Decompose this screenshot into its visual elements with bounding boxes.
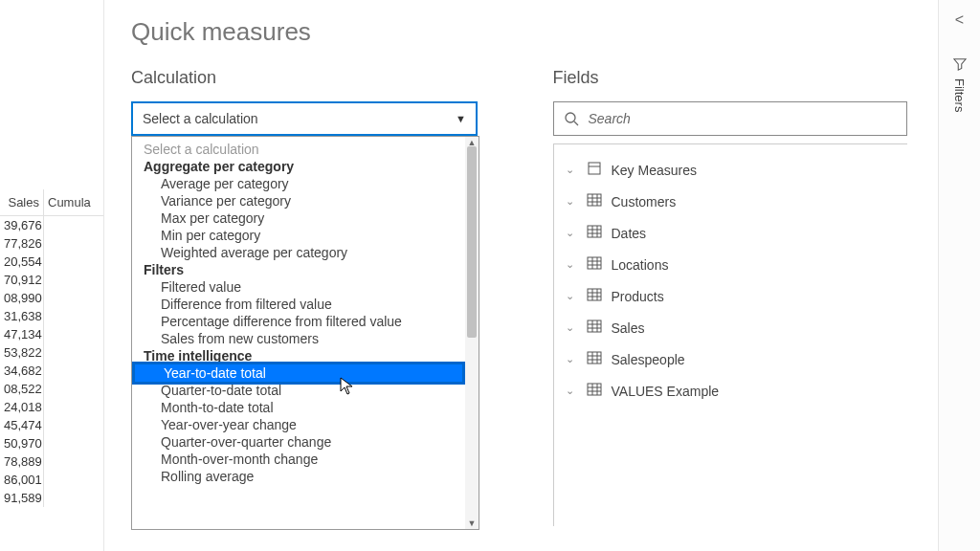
dropdown-item[interactable]: Variance per category [132, 192, 465, 209]
chevron-down-icon: ⌄ [566, 353, 577, 365]
field-item[interactable]: ⌄ Sales [554, 312, 907, 343]
cursor-icon [340, 377, 355, 392]
svg-rect-34 [588, 384, 601, 395]
chevron-down-icon: ⌄ [566, 290, 577, 302]
table-row: 47,134 [0, 325, 105, 343]
table-row: 70,912 [0, 271, 105, 289]
table-row: 31,638 [0, 307, 105, 325]
table-icon [587, 224, 602, 242]
svg-rect-29 [588, 352, 601, 364]
calculation-select[interactable]: Select a calculation ▼ Select a calculat… [131, 101, 478, 136]
svg-rect-4 [588, 194, 601, 206]
bg-col-cumulative: Cumula [44, 189, 105, 215]
svg-rect-9 [588, 226, 601, 237]
svg-rect-24 [588, 320, 601, 332]
table-row: 86,001 [0, 471, 105, 489]
dropdown-item[interactable]: Average per category [132, 175, 465, 192]
chevron-down-icon: ⌄ [566, 321, 577, 334]
dropdown-item[interactable]: Max per category [132, 209, 465, 227]
table-row: 50,970 [0, 434, 105, 452]
quick-measures-dialog: Quick measures Calculation Select a calc… [103, 0, 936, 551]
field-label: Salespeople [612, 352, 685, 367]
chevron-down-icon: ⌄ [566, 195, 577, 208]
collapse-rail-button[interactable]: < [955, 11, 964, 29]
calculation-dropdown: Select a calculationAggregate per catego… [131, 136, 479, 530]
fields-tree: ⌄ Key Measures⌄ Customers⌄ Dates⌄ Locati… [553, 143, 907, 526]
scroll-thumb[interactable] [467, 146, 477, 338]
table-row: 77,826 [0, 234, 105, 253]
table-row: 45,474 [0, 416, 105, 434]
svg-rect-19 [588, 289, 601, 300]
field-label: Products [612, 289, 664, 304]
scroll-down-icon[interactable]: ▼ [465, 518, 479, 529]
dropdown-item[interactable]: Filtered value [132, 278, 465, 296]
chevron-down-icon: ⌄ [566, 385, 577, 397]
dropdown-scrollbar[interactable]: ▲ ▼ [465, 137, 479, 529]
dropdown-item[interactable]: Year-to-date total [135, 364, 462, 382]
table-row: 20,554 [0, 253, 105, 271]
dropdown-item[interactable]: Month-to-date total [132, 399, 465, 416]
fields-heading: Fields [553, 68, 937, 88]
dropdown-item[interactable]: Weighted average per category [132, 244, 465, 261]
dropdown-item[interactable]: Rolling average [132, 468, 465, 485]
chevron-down-icon: ⌄ [566, 227, 577, 239]
dropdown-placeholder[interactable]: Select a calculation [132, 141, 465, 158]
field-item[interactable]: ⌄ VALUES Example [554, 375, 907, 407]
calculation-heading: Calculation [131, 68, 515, 88]
measures-icon [587, 161, 602, 179]
svg-point-0 [566, 113, 575, 122]
table-row: 08,522 [0, 380, 105, 398]
dropdown-item[interactable]: Percentage difference from filtered valu… [132, 313, 465, 330]
search-input[interactable] [589, 111, 897, 126]
dropdown-item[interactable]: Sales from new customers [132, 330, 465, 347]
table-icon [587, 382, 602, 400]
filter-icon [953, 57, 967, 71]
dropdown-item[interactable]: Year-over-year change [132, 416, 465, 433]
table-icon [587, 350, 602, 368]
dropdown-item[interactable]: Difference from filtered value [132, 296, 465, 313]
chevron-down-icon: ⌄ [566, 258, 577, 271]
table-row: 53,822 [0, 343, 105, 362]
field-item[interactable]: ⌄ Products [554, 280, 907, 312]
field-item[interactable]: ⌄ Key Measures [554, 154, 907, 186]
table-icon [587, 319, 602, 337]
search-icon [564, 111, 579, 126]
table-icon [587, 255, 602, 274]
table-row: 08,990 [0, 289, 105, 307]
field-item[interactable]: ⌄ Customers [554, 186, 907, 217]
table-icon [587, 287, 602, 305]
table-icon [587, 192, 602, 210]
dropdown-group-header: Filters [132, 261, 465, 278]
svg-rect-14 [588, 257, 601, 269]
dropdown-item[interactable]: Min per category [132, 227, 465, 244]
field-label: Key Measures [612, 163, 697, 178]
field-label: VALUES Example [612, 384, 720, 399]
field-label: Customers [612, 194, 677, 209]
field-label: Dates [612, 226, 647, 241]
table-row: 24,018 [0, 398, 105, 416]
dialog-title: Quick measures [131, 17, 936, 47]
field-item[interactable]: ⌄ Dates [554, 217, 907, 249]
field-label: Sales [612, 320, 645, 336]
field-label: Locations [612, 257, 669, 273]
caret-down-icon: ▼ [456, 113, 466, 124]
field-item[interactable]: ⌄ Salespeople [554, 343, 907, 375]
calculation-select-value: Select a calculation [143, 111, 258, 126]
field-item[interactable]: ⌄ Locations [554, 249, 907, 280]
search-box[interactable] [553, 101, 907, 136]
svg-rect-2 [589, 163, 600, 174]
svg-line-1 [574, 121, 578, 125]
table-row: 39,676 [0, 216, 105, 234]
dropdown-item[interactable]: Quarter-over-quarter change [132, 433, 465, 451]
bg-col-sales: Sales [0, 189, 44, 215]
right-rail: < Filters [938, 0, 980, 551]
dropdown-group-header: Aggregate per category [132, 158, 465, 175]
table-row: 91,589 [0, 489, 105, 507]
chevron-down-icon: ⌄ [566, 164, 577, 176]
dropdown-item[interactable]: Month-over-month change [132, 451, 465, 468]
table-row: 34,682 [0, 362, 105, 380]
background-table: Sales Cumula 39,67677,82620,55470,91208,… [0, 0, 105, 551]
table-row: 78,889 [0, 452, 105, 471]
filters-pane-tab[interactable]: Filters [952, 57, 967, 112]
